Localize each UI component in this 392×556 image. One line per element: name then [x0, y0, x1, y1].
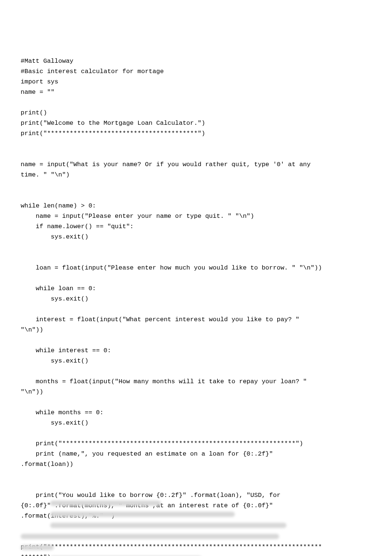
obscured-line — [50, 512, 235, 517]
document-page: #Matt Galloway #Basic interest calculato… — [0, 0, 392, 556]
obscured-content — [21, 501, 371, 556]
code-listing: #Matt Galloway #Basic interest calculato… — [21, 56, 371, 556]
obscured-line — [50, 523, 286, 528]
obscured-line — [21, 545, 54, 550]
obscured-line — [50, 501, 161, 506]
obscured-line — [21, 534, 279, 539]
